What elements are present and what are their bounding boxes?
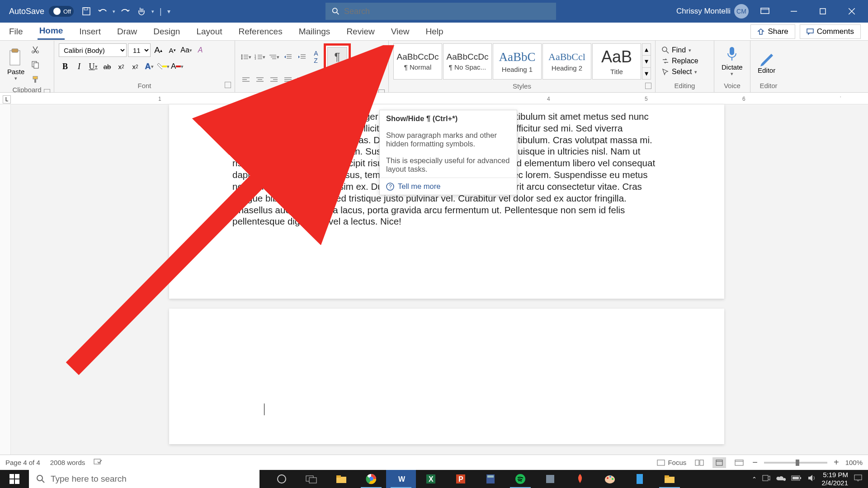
taskbar-search[interactable]: Type here to search bbox=[29, 470, 259, 488]
zoom-in-button[interactable]: + bbox=[834, 457, 839, 468]
tab-references[interactable]: References bbox=[237, 24, 284, 39]
decrease-indent-button[interactable] bbox=[282, 51, 294, 63]
web-layout-button[interactable] bbox=[732, 457, 746, 468]
tab-home[interactable]: Home bbox=[38, 23, 65, 40]
select-button[interactable]: Select▾ bbox=[660, 67, 700, 77]
tab-insert[interactable]: Insert bbox=[77, 24, 103, 39]
grow-font-button[interactable]: A▴ bbox=[152, 44, 165, 56]
styles-dialog-icon[interactable] bbox=[645, 83, 651, 89]
user-avatar[interactable]: CM bbox=[734, 4, 749, 19]
font-size-select[interactable]: 11 bbox=[128, 43, 151, 57]
tab-review[interactable]: Review bbox=[344, 24, 376, 39]
format-painter-button[interactable] bbox=[29, 73, 42, 86]
justify-button[interactable] bbox=[282, 74, 294, 86]
styles-more-icon[interactable]: ▾ bbox=[642, 68, 651, 79]
strike-button[interactable]: ab bbox=[101, 60, 113, 73]
spellcheck-icon[interactable] bbox=[93, 458, 103, 467]
tray-expand-icon[interactable]: ⌃ bbox=[752, 476, 757, 483]
subscript-button[interactable]: x2 bbox=[115, 60, 127, 73]
highlight-button[interactable]: ▾ bbox=[157, 60, 170, 73]
focus-mode-button[interactable]: Focus bbox=[657, 459, 686, 466]
horizontal-ruler[interactable]: L 1 1 2 4 5 6 7 bbox=[0, 93, 868, 104]
tray-volume-icon[interactable] bbox=[807, 474, 816, 484]
tooltip-tell-me-more[interactable]: ? Tell me more bbox=[380, 178, 517, 195]
chrome-icon[interactable] bbox=[356, 470, 386, 488]
page-indicator[interactable]: Page 4 of 4 bbox=[5, 459, 40, 466]
font-dialog-icon[interactable] bbox=[225, 82, 231, 88]
autosave-toggle[interactable]: Off bbox=[49, 6, 74, 17]
shrink-font-button[interactable]: A▾ bbox=[166, 44, 179, 56]
style-heading1[interactable]: AaBbCHeading 1 bbox=[493, 43, 542, 80]
tray-onedrive-icon[interactable] bbox=[776, 475, 786, 483]
tab-layout[interactable]: Layout bbox=[194, 24, 224, 39]
tab-file[interactable]: File bbox=[7, 24, 25, 39]
app-generic-icon[interactable] bbox=[535, 470, 565, 488]
line-spacing-button[interactable]: ▾ bbox=[296, 74, 308, 86]
start-button[interactable] bbox=[0, 470, 29, 488]
touch-mode-icon[interactable] bbox=[135, 5, 148, 18]
taskbar-clock[interactable]: 5:19 PM 2/4/2021 bbox=[822, 471, 848, 487]
paste-button[interactable]: Paste ▾ bbox=[5, 47, 27, 82]
italic-button[interactable]: I bbox=[73, 60, 85, 73]
style-normal[interactable]: AaBbCcDc¶ Normal bbox=[393, 43, 442, 80]
numbering-button[interactable]: 123▾ bbox=[254, 51, 266, 63]
redo-icon[interactable] bbox=[119, 5, 132, 18]
tray-battery-icon[interactable] bbox=[791, 475, 802, 483]
tab-draw[interactable]: Draw bbox=[115, 24, 139, 39]
font-color-button[interactable]: A▾ bbox=[171, 60, 184, 73]
paint-icon[interactable] bbox=[595, 470, 625, 488]
cortana-icon[interactable] bbox=[267, 470, 297, 488]
tab-help[interactable]: Help bbox=[424, 24, 445, 39]
zoom-level[interactable]: 100% bbox=[845, 459, 863, 466]
shading-button[interactable]: ▾ bbox=[310, 74, 322, 86]
task-view-icon[interactable] bbox=[297, 470, 326, 488]
borders-button[interactable]: ▾ bbox=[324, 74, 336, 86]
tray-meet-icon[interactable] bbox=[762, 474, 770, 483]
save-icon[interactable] bbox=[80, 5, 93, 18]
touch-dropdown-icon[interactable]: ▾ bbox=[151, 9, 154, 14]
file-explorer-icon[interactable] bbox=[655, 470, 684, 488]
align-left-button[interactable] bbox=[240, 74, 252, 86]
dictate-button[interactable]: Dictate ▾ bbox=[719, 44, 745, 78]
read-mode-button[interactable] bbox=[693, 457, 706, 468]
file-explorer-pinned-icon[interactable] bbox=[326, 470, 356, 488]
styles-scroll[interactable]: ▴ ▾ ▾ bbox=[642, 43, 651, 80]
show-hide-button[interactable]: ¶ bbox=[327, 47, 347, 67]
app-blue-icon[interactable] bbox=[625, 470, 655, 488]
style-heading2[interactable]: AaBbCclHeading 2 bbox=[542, 43, 591, 80]
notifications-icon[interactable] bbox=[854, 474, 863, 484]
qat-customize-icon[interactable]: ▾ bbox=[167, 8, 170, 15]
print-layout-button[interactable] bbox=[712, 457, 726, 468]
tab-selector[interactable]: L bbox=[3, 95, 11, 103]
styles-gallery[interactable]: AaBbCcDc¶ Normal AaBbCcDc¶ No Spac... Aa… bbox=[393, 43, 651, 80]
editor-button[interactable]: Editor bbox=[755, 47, 778, 75]
text-effects-button[interactable]: A▾ bbox=[143, 60, 156, 73]
bold-button[interactable]: B bbox=[59, 60, 71, 73]
align-center-button[interactable] bbox=[254, 74, 266, 86]
zoom-out-button[interactable]: − bbox=[752, 457, 758, 468]
ribbon-display-icon[interactable] bbox=[752, 0, 778, 23]
align-right-button[interactable] bbox=[268, 74, 280, 86]
font-name-select[interactable]: Calibri (Body) bbox=[59, 43, 127, 57]
zoom-thumb[interactable] bbox=[796, 460, 799, 466]
tab-design[interactable]: Design bbox=[151, 24, 182, 39]
search-box[interactable] bbox=[326, 3, 556, 20]
bullets-button[interactable]: ▾ bbox=[240, 51, 252, 63]
cut-button[interactable] bbox=[29, 43, 42, 56]
calculator-icon[interactable] bbox=[476, 470, 505, 488]
app-flame-icon[interactable] bbox=[565, 470, 595, 488]
undo-dropdown-icon[interactable]: ▾ bbox=[113, 9, 115, 14]
styles-up-icon[interactable]: ▴ bbox=[642, 44, 651, 56]
vertical-ruler[interactable] bbox=[0, 104, 11, 470]
style-nospac[interactable]: AaBbCcDc¶ No Spac... bbox=[443, 43, 492, 80]
maximize-button[interactable] bbox=[810, 0, 835, 23]
comments-button[interactable]: Comments bbox=[800, 24, 861, 39]
search-input[interactable] bbox=[344, 7, 550, 16]
tab-mailings[interactable]: Mailings bbox=[297, 24, 332, 39]
style-title[interactable]: AaBTitle bbox=[592, 43, 641, 80]
word-count[interactable]: 2008 words bbox=[50, 459, 85, 466]
change-case-button[interactable]: Aa▾ bbox=[180, 44, 193, 56]
excel-icon[interactable]: X bbox=[416, 470, 446, 488]
word-icon[interactable]: W bbox=[386, 470, 416, 488]
undo-icon[interactable] bbox=[96, 5, 109, 18]
